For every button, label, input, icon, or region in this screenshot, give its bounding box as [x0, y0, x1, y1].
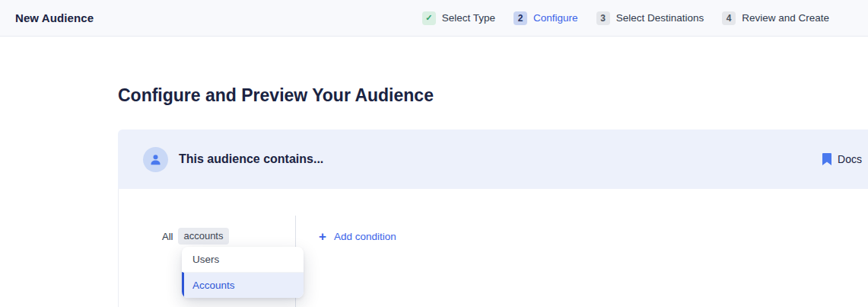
audience-card: This audience contains... Docs All accou… [118, 130, 868, 307]
dropdown-option-users[interactable]: Users [182, 247, 304, 272]
bookmark-icon [822, 153, 831, 165]
top-bar: New Audience ✓ Select Type 2 Configure 3… [0, 0, 868, 37]
step-label-select-type: Select Type [442, 12, 495, 24]
stepper: ✓ Select Type 2 Configure 3 Select Desti… [422, 11, 829, 25]
page-title: New Audience [15, 11, 94, 24]
card-header: This audience contains... Docs [118, 130, 868, 189]
step-review-and-create[interactable]: 4 Review and Create [722, 11, 829, 25]
check-icon: ✓ [422, 11, 436, 25]
person-icon [149, 153, 162, 166]
step-select-destinations[interactable]: 3 Select Destinations [596, 11, 704, 25]
plus-icon: + [319, 230, 326, 243]
condition-prefix-label: All [162, 231, 173, 242]
entity-type-dropdown-trigger[interactable]: accounts [178, 228, 228, 245]
entity-type-dropdown-menu: Users Accounts [182, 247, 304, 298]
step-number-badge: 3 [596, 11, 610, 25]
step-number-badge: 2 [513, 11, 527, 25]
step-configure[interactable]: 2 Configure [513, 11, 578, 25]
page-heading: Configure and Preview Your Audience [118, 84, 434, 107]
condition-row: All accounts [162, 228, 229, 245]
card-body: All accounts + Add condition Users Accou… [118, 189, 868, 307]
step-label-configure: Configure [533, 12, 578, 24]
step-select-type[interactable]: ✓ Select Type [422, 11, 495, 25]
docs-label: Docs [838, 153, 862, 165]
avatar [143, 147, 168, 172]
add-condition-button[interactable]: + Add condition [319, 230, 396, 243]
dropdown-option-accounts[interactable]: Accounts [182, 272, 304, 298]
docs-link[interactable]: Docs [822, 153, 863, 165]
add-condition-label: Add condition [334, 231, 396, 242]
step-label-review-and-create: Review and Create [742, 12, 829, 24]
step-label-select-destinations: Select Destinations [616, 12, 704, 24]
step-number-badge: 4 [722, 11, 736, 25]
card-title: This audience contains... [179, 152, 323, 166]
